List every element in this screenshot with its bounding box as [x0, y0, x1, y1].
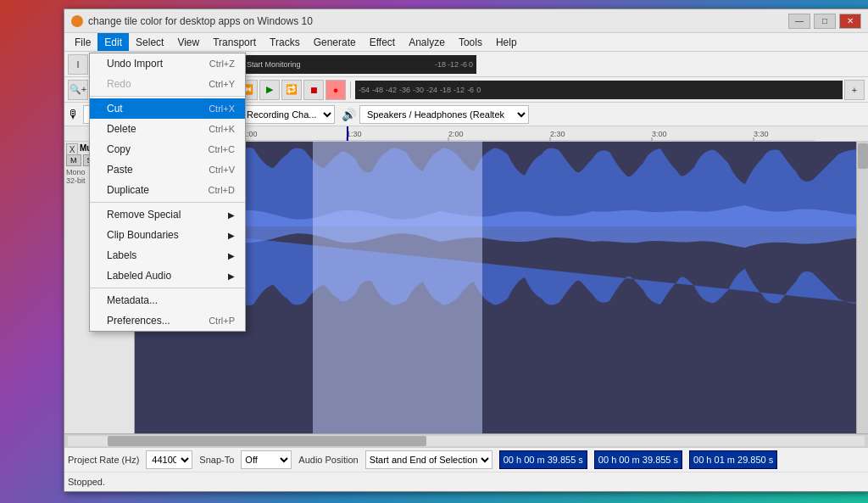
menu-view[interactable]: View — [170, 33, 206, 51]
ctx-delete[interactable]: Delete Ctrl+K — [90, 119, 245, 139]
speaker-icon: 🔊 — [342, 108, 356, 121]
ctx-duplicate-shortcut: Ctrl+D — [209, 185, 235, 195]
window-controls: — □ ✕ — [788, 14, 861, 29]
ctx-labels-arrow: ▶ — [228, 251, 235, 260]
tb-zoom-in[interactable]: 🔍+ — [68, 80, 88, 100]
project-rate-label: Project Rate (Hz) — [68, 455, 139, 465]
svg-text:2:00: 2:00 — [448, 130, 464, 138]
ctx-copy-shortcut: Ctrl+C — [209, 144, 235, 154]
ctx-labeled-audio-arrow: ▶ — [228, 271, 235, 281]
menu-edit[interactable]: Edit — [97, 33, 129, 51]
ctx-preferences-shortcut: Ctrl+P — [209, 316, 235, 326]
ctx-delete-shortcut: Ctrl+K — [209, 124, 235, 134]
audio-position-label: Audio Position — [298, 455, 358, 465]
ctx-sep2 — [90, 202, 245, 203]
ctx-cut[interactable]: Cut Ctrl+X — [90, 98, 245, 119]
ctx-redo-label: Redo — [107, 78, 131, 90]
svg-text:1:30: 1:30 — [347, 130, 362, 138]
status-text: Stopped. — [68, 477, 105, 487]
ctx-duplicate[interactable]: Duplicate Ctrl+D — [90, 180, 245, 200]
horizontal-scrollbar[interactable] — [64, 433, 868, 447]
menu-transport[interactable]: Transport — [206, 33, 263, 51]
vertical-scrollbar[interactable] — [856, 142, 868, 433]
tb-play[interactable]: ▶ — [259, 80, 280, 100]
status-bar: Project Rate (Hz) 44100 Snap-To Off Audi… — [64, 447, 868, 491]
ctx-undo-import[interactable]: Undo Import Ctrl+Z — [90, 53, 245, 74]
microphone-icon: 🎙 — [68, 108, 80, 121]
menu-effect[interactable]: Effect — [363, 33, 402, 51]
toolbar2-sep3 — [350, 81, 351, 98]
menu-tools[interactable]: Tools — [452, 33, 489, 51]
ctx-sep1 — [90, 96, 245, 97]
ctx-delete-label: Delete — [107, 123, 136, 135]
ctx-redo[interactable]: Redo Ctrl+Y — [90, 74, 245, 94]
pos-field-2[interactable]: 00 h 00 m 39.855 s — [594, 450, 682, 469]
window-title: change tile color for desktop apps on Wi… — [88, 15, 788, 27]
ctx-labeled-audio[interactable]: Labeled Audio ▶ — [90, 265, 245, 286]
ctx-clip-boundaries[interactable]: Clip Boundaries ▶ — [90, 225, 245, 245]
tb-record-btn[interactable]: ● — [326, 80, 346, 100]
ctx-labeled-audio-label: Labeled Audio — [107, 270, 171, 282]
snap-to-select[interactable]: Off — [241, 450, 292, 469]
title-bar: change tile color for desktop apps on Wi… — [64, 9, 868, 33]
ctx-cut-label: Cut — [107, 103, 123, 115]
ctx-copy-label: Copy — [107, 143, 131, 155]
menu-analyze[interactable]: Analyze — [402, 33, 452, 51]
ctx-paste[interactable]: Paste Ctrl+V — [90, 159, 245, 180]
maximize-button[interactable]: □ — [814, 14, 836, 29]
menu-bar: File Edit Select View Transport Tracks G… — [64, 33, 868, 52]
ctx-clip-boundaries-label: Clip Boundaries — [107, 229, 179, 241]
vu-meter-playback[interactable]: -54 -48 -42 -36 -30 -24 -18 -12 -6 0 — [355, 81, 843, 99]
ctx-redo-shortcut: Ctrl+Y — [209, 79, 235, 89]
ruler-svg: 30 1:00 1:30 2:00 2:30 3:00 3:30 — [136, 126, 868, 142]
ctx-metadata-label: Metadata... — [107, 294, 158, 306]
menu-select[interactable]: Select — [129, 33, 170, 51]
menu-generate[interactable]: Generate — [307, 33, 363, 51]
svg-text:3:00: 3:00 — [652, 130, 667, 138]
h-scrollbar-thumb[interactable] — [108, 436, 426, 446]
scrollbar-thumb[interactable] — [858, 143, 868, 169]
ctx-duplicate-label: Duplicate — [107, 184, 149, 196]
ctx-remove-special-label: Remove Special — [107, 209, 181, 221]
app-icon — [71, 15, 83, 27]
svg-text:2:30: 2:30 — [550, 130, 565, 138]
pos-field-1[interactable]: 00 h 00 m 39.855 s — [499, 450, 587, 469]
snap-to-label: Snap-To — [199, 455, 234, 465]
status-row-text: Stopped. — [64, 472, 868, 491]
tb-loop[interactable]: 🔁 — [281, 80, 302, 100]
ctx-preferences-label: Preferences... — [107, 315, 170, 327]
ctx-paste-label: Paste — [107, 164, 133, 176]
mute-button[interactable]: M — [66, 154, 81, 166]
ctx-preferences[interactable]: Preferences... Ctrl+P — [90, 310, 245, 331]
menu-tracks[interactable]: Tracks — [263, 33, 307, 51]
tb-stop[interactable]: ⏹ — [303, 80, 324, 100]
menu-file[interactable]: File — [68, 33, 97, 51]
ctx-metadata[interactable]: Metadata... — [90, 290, 245, 310]
track-close-btn[interactable]: X — [66, 143, 78, 155]
ctx-remove-special-arrow: ▶ — [228, 210, 235, 220]
ctx-paste-shortcut: Ctrl+V — [209, 165, 235, 175]
minimize-button[interactable]: — — [788, 14, 810, 29]
menu-help[interactable]: Help — [489, 33, 524, 51]
ctx-cut-shortcut: Ctrl+X — [209, 103, 235, 114]
ctx-undo-label: Undo Import — [107, 58, 163, 70]
svg-text:3:30: 3:30 — [754, 130, 769, 138]
h-scrollbar-track[interactable] — [68, 436, 865, 446]
selection-type-select[interactable]: Start and End of Selection — [365, 450, 492, 469]
pos-field-3[interactable]: 00 h 01 m 29.850 s — [689, 450, 777, 469]
tb-vol-up[interactable]: + — [844, 80, 865, 100]
edit-context-menu: Undo Import Ctrl+Z Redo Ctrl+Y Cut Ctrl+… — [89, 53, 246, 332]
ctx-remove-special[interactable]: Remove Special ▶ — [90, 204, 245, 225]
ctx-labels-label: Labels — [107, 249, 136, 261]
ctx-undo-shortcut: Ctrl+Z — [209, 59, 235, 69]
output-device-select[interactable]: Speakers / Headphones (Realtek — [359, 105, 529, 124]
ctx-copy[interactable]: Copy Ctrl+C — [90, 139, 245, 159]
ctx-labels[interactable]: Labels ▶ — [90, 245, 245, 265]
ctx-sep3 — [90, 288, 245, 288]
project-rate-select[interactable]: 44100 — [146, 450, 192, 469]
tb-select-tool[interactable]: I — [68, 54, 88, 75]
close-button[interactable]: ✕ — [839, 14, 861, 29]
status-row-controls: Project Rate (Hz) 44100 Snap-To Off Audi… — [64, 448, 868, 472]
ctx-clip-boundaries-arrow: ▶ — [228, 231, 235, 240]
